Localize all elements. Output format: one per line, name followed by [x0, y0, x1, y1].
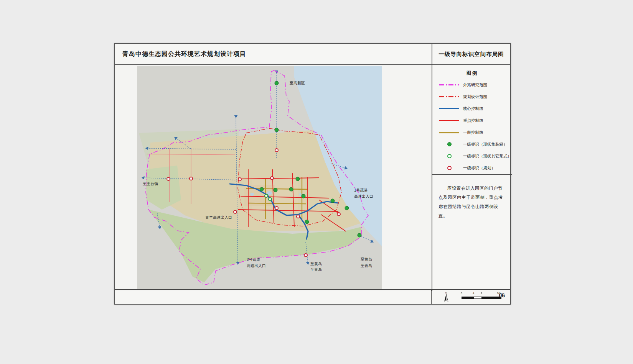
legend-item-label: 重点控制路 — [463, 118, 483, 123]
sign-marker-existing-container — [289, 187, 293, 192]
green-ring-icon — [439, 154, 459, 158]
title-bar: 青岛中德生态园公共环境艺术规划设计项目 一级导向标识空间布局图 — [115, 44, 510, 65]
sign-marker-existing-container — [296, 177, 300, 181]
legend-item-label: 一级标识（规划） — [463, 166, 495, 171]
north-arrow-icon: N — [442, 291, 450, 304]
magenta-dashdot-icon — [439, 84, 459, 85]
pond — [250, 193, 254, 196]
sign-marker-planned — [275, 206, 279, 210]
sign-marker-existing-other — [268, 197, 272, 201]
sign-marker-existing-container — [274, 188, 278, 192]
sign-marker-planned — [189, 177, 193, 180]
project-title: 青岛中德生态园公共环境艺术规划设计项目 — [115, 44, 432, 64]
legend-box: 图例 外拓研究范围规划设计范围核心控制路重点控制路一般控制路一级标识（现状集装箱… — [432, 65, 512, 175]
map-label: 2号疏港 — [247, 258, 260, 262]
legend-item-label: 一级标识（现状集装箱） — [463, 142, 508, 147]
legend-items: 外拓研究范围规划设计范围核心控制路重点控制路一般控制路一级标识（现状集装箱）一级… — [432, 79, 512, 174]
legend-item-label: 核心控制路 — [463, 106, 483, 111]
sign-marker-existing-other — [264, 194, 268, 198]
sign-marker-existing-container — [260, 187, 264, 192]
scale-numbers: 04816km — [462, 292, 501, 296]
map-label: 青兰高速出入口 — [205, 216, 232, 220]
scale-bar: 04816km — [462, 292, 501, 301]
scale-label: 4 — [473, 292, 474, 295]
sign-marker-planned — [238, 177, 242, 181]
legend-item: 外拓研究范围 — [432, 79, 512, 91]
bottom-strip-left — [115, 290, 432, 304]
map-drawing — [137, 66, 382, 290]
sign-marker-planned — [166, 177, 170, 181]
sign-marker-planned — [304, 253, 308, 257]
red-dashdot-icon — [439, 96, 459, 97]
legend-title: 图例 — [432, 70, 512, 77]
legend-item: 一级标识（现状其它形式） — [432, 150, 512, 162]
sheet-title: 一级导向标识空间布局图 — [432, 44, 510, 64]
map-label: 高速出入口 — [247, 264, 266, 268]
legend-item: 一般控制路 — [432, 126, 512, 138]
scale-bar-segments — [462, 297, 501, 299]
plan-sheet: 青岛中德生态园公共环境艺术规划设计项目 一级导向标识空间布局图 — [114, 43, 511, 305]
legend-item-label: 规划设计范围 — [463, 94, 487, 100]
map-label: 高速出入口 — [354, 195, 373, 198]
note-text: 应设置在进入园区的门户节点及园区内主干道两侧，重点考虑在团结路与昆仑山路两侧设置… — [438, 184, 506, 221]
map-label: 至青岛 — [310, 268, 322, 272]
legend-item: 一级标识（现状集装箱） — [432, 138, 512, 150]
legend-item: 规划设计范围 — [432, 91, 512, 103]
map-label: 至王台镇 — [143, 182, 158, 186]
site-map: 至高新区至王台镇青兰高速出入口1号疏港高速出入口2号疏港高速出入口至黄岛至青岛至… — [137, 66, 382, 290]
map-panel: 至高新区至王台镇青兰高速出入口1号疏港高速出入口2号疏港高速出入口至黄岛至青岛至… — [115, 65, 432, 291]
sign-marker-planned — [270, 176, 274, 180]
sign-marker-existing-container — [331, 199, 335, 203]
legend-item: 重点控制路 — [432, 115, 512, 126]
sign-marker-existing-container — [275, 81, 279, 85]
legend-item-label: 一级标识（现状其它形式） — [463, 154, 511, 159]
sign-marker-planned — [275, 148, 279, 152]
sign-marker-existing-container — [305, 220, 309, 224]
legend-column: 图例 外拓研究范围规划设计范围核心控制路重点控制路一般控制路一级标识（现状集装箱… — [432, 65, 512, 291]
sign-marker-planned — [296, 215, 300, 218]
sign-marker-planned — [337, 212, 341, 216]
map-label: 至青岛 — [361, 264, 372, 268]
note-box: 应设置在进入园区的门户节点及园区内主干道两侧，重点考虑在团结路与昆仑山路两侧设置… — [432, 175, 512, 291]
solid-line-icon — [439, 108, 459, 109]
legend-item: 一级标识（规划） — [432, 162, 512, 174]
solid-line-icon — [439, 120, 459, 121]
green-dot-icon — [439, 142, 459, 146]
legend-item-label: 一般控制路 — [463, 130, 483, 135]
legend-item: 核心控制路 — [432, 103, 512, 115]
map-label: 1号疏港 — [354, 189, 368, 192]
bottom-strip: N 04816km 06 — [115, 289, 510, 304]
page-number: 06 — [499, 292, 505, 298]
solid-line-thick-icon — [439, 132, 459, 133]
sign-marker-existing-container — [345, 206, 349, 210]
legend-item-label: 外拓研究范围 — [463, 82, 487, 88]
sign-marker-existing-container — [302, 194, 306, 198]
scale-label: 0 — [461, 292, 462, 295]
map-label: 至黄岛 — [310, 262, 322, 266]
sign-marker-existing-container — [358, 233, 362, 238]
red-ring-icon — [439, 166, 459, 170]
scale-label: 8 — [481, 292, 482, 295]
map-label: 至黄岛 — [361, 257, 372, 261]
map-label: 至高新区 — [290, 81, 305, 85]
bottom-strip-right: N 04816km 06 — [432, 290, 510, 304]
svg-text:N: N — [445, 292, 447, 294]
sign-marker-planned — [233, 210, 237, 214]
sign-marker-existing-container — [275, 128, 279, 132]
